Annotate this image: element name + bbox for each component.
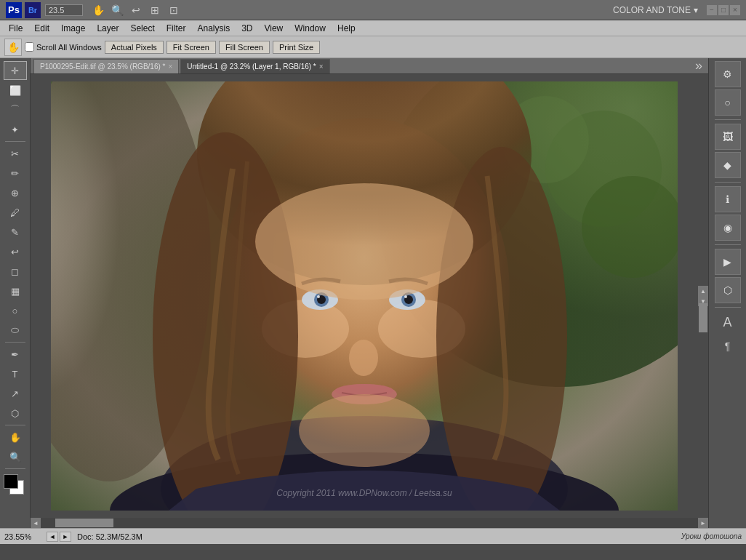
print-size-button[interactable]: Print Size bbox=[273, 41, 320, 54]
svg-point-19 bbox=[404, 295, 407, 298]
ps-logo: Ps bbox=[6, 2, 22, 18]
tabs-bar: P1000295-Edit.tif @ 23.5% (RGB/16) * × U… bbox=[31, 58, 708, 74]
tab-label-1: Untitled-1 @ 23.2% (Layer 1, RGB/16) * bbox=[187, 63, 316, 71]
grid-tool-icon[interactable]: ⊞ bbox=[147, 2, 163, 18]
panel-icon-info[interactable]: ℹ bbox=[715, 186, 741, 212]
brush-tool[interactable]: 🖊 bbox=[4, 203, 27, 222]
menu-window[interactable]: Window bbox=[289, 22, 332, 35]
menu-file[interactable]: File bbox=[3, 22, 28, 35]
canvas-area: P1000295-Edit.tif @ 23.5% (RGB/16) * × U… bbox=[31, 58, 708, 528]
menu-layer[interactable]: Layer bbox=[91, 22, 124, 35]
tab-close-0[interactable]: × bbox=[168, 63, 172, 71]
credit-text: Уроки фотошопа bbox=[681, 532, 742, 540]
panel-icon-settings[interactable]: ⚙ bbox=[715, 61, 741, 87]
workspace-arrow[interactable]: ▾ bbox=[694, 5, 698, 15]
minimize-button[interactable]: − bbox=[707, 5, 717, 15]
crop-tool[interactable]: ✂ bbox=[4, 144, 27, 163]
status-bar: 23.55% ◄ ► Doc: 52.3M/52.3M Уроки фотошо… bbox=[0, 528, 746, 544]
toolbar-separator-3 bbox=[5, 425, 25, 425]
toolbar-separator-2 bbox=[5, 342, 25, 343]
zoom-percentage: 23.55% bbox=[4, 532, 41, 541]
vertical-scrollbar[interactable]: ▲ ▼ bbox=[698, 286, 708, 306]
blur-tool[interactable]: ○ bbox=[4, 301, 27, 320]
svg-point-11 bbox=[349, 340, 378, 376]
svg-point-25 bbox=[255, 183, 473, 300]
menu-bar: File Edit Image Layer Select Filter Anal… bbox=[0, 20, 746, 36]
zoom-tool[interactable]: 🔍 bbox=[4, 447, 27, 466]
horizontal-scrollbar[interactable]: ◄ ► bbox=[31, 518, 708, 528]
panel-collapse-icon[interactable]: » bbox=[692, 58, 705, 73]
scroll-thumb-h[interactable] bbox=[55, 519, 113, 527]
pen-tool[interactable]: ✒ bbox=[4, 345, 27, 364]
main-area: ✛ ⬜ ⌒ ✦ ✂ ✏ ⊕ 🖊 ✎ ↩ ◻ ▦ ○ ⬭ ✒ T ↗ ⬡ ✋ 🔍 bbox=[0, 58, 746, 528]
dodge-tool[interactable]: ⬭ bbox=[4, 321, 27, 340]
clone-tool[interactable]: ✎ bbox=[4, 223, 27, 241]
scroll-up-arrow[interactable]: ▲ bbox=[698, 286, 708, 296]
fill-screen-button[interactable]: Fill Screen bbox=[219, 41, 270, 54]
actual-pixels-button[interactable]: Actual Pixels bbox=[105, 41, 164, 54]
marquee-tool[interactable]: ⬜ bbox=[4, 81, 27, 100]
toolbar-separator-4 bbox=[5, 468, 25, 469]
arrange-tool-icon[interactable]: ⊡ bbox=[166, 2, 182, 18]
hand-options-icon[interactable]: ✋ bbox=[4, 39, 22, 56]
move-tool[interactable]: ✛ bbox=[4, 61, 27, 80]
eyedropper-tool[interactable]: ✏ bbox=[4, 164, 27, 183]
menu-view[interactable]: View bbox=[258, 22, 289, 35]
tab-untitled1[interactable]: Untitled-1 @ 23.2% (Layer 1, RGB/16) * × bbox=[180, 59, 329, 73]
tab-p1000295[interactable]: P1000295-Edit.tif @ 23.5% (RGB/16) * × bbox=[33, 59, 179, 73]
zoom-tool-icon[interactable]: 🔍 bbox=[109, 2, 125, 18]
menu-3d[interactable]: 3D bbox=[236, 22, 258, 35]
panel-icon-shape[interactable]: ⬡ bbox=[715, 277, 741, 303]
scroll-track-h[interactable] bbox=[41, 518, 698, 528]
eraser-tool[interactable]: ◻ bbox=[4, 262, 27, 281]
panel-icon-circle2[interactable]: ◉ bbox=[715, 215, 741, 241]
panel-text-tool-p[interactable]: ¶ bbox=[715, 335, 741, 357]
fit-screen-button[interactable]: Fit Screen bbox=[167, 41, 216, 54]
hand-tool[interactable]: ✋ bbox=[4, 428, 27, 447]
scroll-right-arrow[interactable]: ► bbox=[698, 518, 708, 528]
menu-filter[interactable]: Filter bbox=[161, 22, 192, 35]
rotate-tool-icon[interactable]: ↩ bbox=[128, 2, 144, 18]
nav-left-btn[interactable]: ◄ bbox=[47, 532, 58, 542]
scroll-left-arrow[interactable]: ◄ bbox=[31, 518, 41, 528]
panel-separator-1 bbox=[715, 119, 741, 120]
menu-help[interactable]: Help bbox=[332, 22, 361, 35]
panel-text-tool-a[interactable]: A bbox=[715, 311, 741, 333]
text-tool[interactable]: T bbox=[4, 364, 27, 383]
menu-edit[interactable]: Edit bbox=[28, 22, 55, 35]
svg-text:Copyright 2011 www.DPNow.com /: Copyright 2011 www.DPNow.com / Leetsa.su bbox=[276, 488, 452, 498]
scroll-all-windows-check[interactable]: Scroll All Windows bbox=[25, 42, 102, 52]
canvas-viewport[interactable]: Copyright 2011 www.DPNow.com / Leetsa.su… bbox=[31, 74, 708, 518]
zoom-input[interactable] bbox=[45, 4, 83, 16]
foreground-color-box[interactable] bbox=[4, 474, 18, 489]
shape-tool[interactable]: ⬡ bbox=[4, 404, 27, 423]
panel-icon-circle[interactable]: ○ bbox=[715, 89, 741, 116]
image-canvas: Copyright 2011 www.DPNow.com / Leetsa.su bbox=[51, 81, 678, 511]
panel-icon-diamond[interactable]: ◆ bbox=[715, 152, 741, 178]
history-brush-tool[interactable]: ↩ bbox=[4, 242, 27, 261]
tab-close-1[interactable]: × bbox=[319, 63, 324, 71]
panel-separator-2 bbox=[715, 182, 741, 183]
left-toolbar: ✛ ⬜ ⌒ ✦ ✂ ✏ ⊕ 🖊 ✎ ↩ ◻ ▦ ○ ⬭ ✒ T ↗ ⬡ ✋ 🔍 bbox=[0, 58, 31, 528]
hand-tool-icon[interactable]: ✋ bbox=[90, 2, 106, 18]
maximize-button[interactable]: □ bbox=[718, 5, 729, 15]
panel-icon-image[interactable]: 🖼 bbox=[715, 124, 741, 150]
doc-info: Doc: 52.3M/52.3M bbox=[77, 532, 675, 541]
quick-select-tool[interactable]: ✦ bbox=[4, 120, 27, 139]
svg-point-18 bbox=[317, 295, 320, 298]
options-bar: ✋ Scroll All Windows Actual Pixels Fit S… bbox=[0, 36, 746, 58]
healing-brush-tool[interactable]: ⊕ bbox=[4, 183, 27, 202]
path-selection-tool[interactable]: ↗ bbox=[4, 384, 27, 403]
close-button[interactable]: × bbox=[730, 5, 740, 15]
panel-icon-play[interactable]: ▶ bbox=[715, 249, 741, 275]
color-boxes[interactable] bbox=[4, 474, 27, 497]
nav-right-btn[interactable]: ► bbox=[60, 532, 71, 542]
right-panel: ⚙ ○ 🖼 ◆ ℹ ◉ ▶ ⬡ A ¶ bbox=[708, 58, 746, 528]
lasso-tool[interactable]: ⌒ bbox=[4, 100, 27, 119]
menu-image[interactable]: Image bbox=[55, 22, 91, 35]
scroll-all-checkbox[interactable] bbox=[25, 42, 34, 52]
menu-analysis[interactable]: Analysis bbox=[191, 22, 236, 35]
menu-select[interactable]: Select bbox=[124, 22, 160, 35]
gradient-tool[interactable]: ▦ bbox=[4, 281, 27, 300]
scroll-thumb-v[interactable] bbox=[699, 303, 707, 332]
